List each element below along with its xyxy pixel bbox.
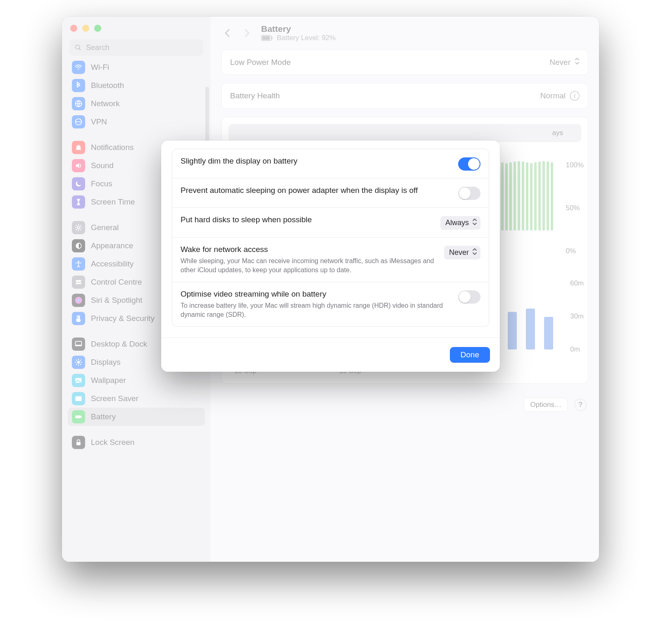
ss-icon — [72, 392, 85, 405]
sheet-row-put-hard-disks-to-sleep-when-possible: Put hard disks to sleep when possibleAlw… — [172, 208, 489, 238]
svg-rect-17 — [76, 416, 81, 418]
sidebar-item-network[interactable]: Network — [68, 95, 205, 113]
search-icon — [74, 44, 82, 51]
svg-rect-16 — [76, 396, 82, 401]
sidebar-item-label: Desktop & Dock — [91, 340, 147, 349]
sidebar-item-bluetooth[interactable]: Bluetooth — [68, 76, 205, 95]
page-subtitle: Battery Level: 92% — [261, 34, 336, 42]
options-sheet: Slightly dim the display on batteryPreve… — [161, 140, 500, 372]
green-bar — [542, 161, 545, 231]
sheet-row-slightly-dim-the-display-on-battery: Slightly dim the display on battery — [172, 149, 489, 178]
green-bar — [505, 163, 508, 231]
batt-icon — [72, 410, 85, 423]
usage-tab-hidden-left[interactable] — [230, 126, 536, 140]
search-field[interactable] — [69, 39, 203, 56]
green-y-labels: 100%50%0% — [566, 161, 584, 255]
svg-line-1 — [79, 48, 81, 50]
svg-point-10 — [75, 297, 82, 304]
sidebar-item-wi-fi[interactable]: Wi-Fi — [68, 58, 205, 76]
usage-tab-days[interactable]: ays — [536, 126, 580, 140]
svg-point-5 — [77, 226, 80, 229]
sheet-row-title: Prevent automatic sleeping on power adap… — [181, 186, 448, 195]
sidebar-item-label: Wallpaper — [91, 376, 126, 385]
sidebar-item-label: Battery — [91, 412, 116, 421]
green-bar — [534, 162, 537, 231]
green-bar — [514, 162, 516, 231]
system-settings-window: Wi-FiBluetoothNetworkVPNNotificationsSou… — [62, 17, 599, 562]
svg-rect-12 — [76, 345, 82, 346]
sidebar-item-wallpaper[interactable]: Wallpaper — [68, 371, 205, 390]
sidebar-item-label: Privacy & Security — [91, 314, 155, 323]
help-button[interactable]: ? — [574, 399, 587, 411]
sidebar-item-label: Screen Time — [91, 197, 135, 207]
sheet-row-title: Put hard disks to sleep when possible — [181, 215, 430, 224]
svg-rect-9 — [76, 283, 81, 284]
close-window-button[interactable] — [70, 25, 77, 32]
header: Battery Battery Level: 92% — [221, 24, 588, 42]
dock-icon — [72, 337, 85, 351]
done-button[interactable]: Done — [450, 347, 490, 363]
blue-y-labels: 60m30m0m — [570, 279, 584, 354]
sidebar-item-lock-screen[interactable]: Lock Screen — [68, 433, 205, 452]
minimize-window-button[interactable] — [82, 25, 89, 32]
green-bar — [547, 162, 549, 231]
search-input[interactable] — [86, 43, 198, 52]
sidebar-item-label: General — [91, 223, 119, 232]
svg-rect-18 — [81, 416, 82, 417]
sheet-row-optimise-video-streaming-while-on-batter: Optimise video streaming while on batter… — [172, 282, 489, 326]
green-bar — [501, 162, 504, 231]
toggle-optimise-video-streaming-while-on-batter[interactable] — [458, 290, 480, 304]
low-power-row[interactable]: Low Power Mode Never — [222, 50, 588, 74]
lock-icon — [72, 436, 85, 449]
info-icon[interactable]: i — [570, 91, 580, 101]
sidebar-item-label: Control Centre — [91, 278, 142, 287]
battery-health-row[interactable]: Battery Health Normal i — [222, 83, 588, 108]
svg-point-2 — [78, 69, 79, 70]
svg-point-0 — [76, 45, 80, 49]
hand-icon — [72, 312, 85, 325]
sidebar-item-label: Siri & Spotlight — [91, 296, 143, 305]
page-title: Battery — [261, 24, 336, 34]
green-bar — [538, 162, 541, 231]
svg-rect-21 — [262, 36, 270, 40]
zoom-window-button[interactable] — [94, 25, 101, 32]
select-value: Never — [449, 248, 469, 257]
appear-icon — [72, 239, 85, 252]
sidebar-item-label: Appearance — [91, 241, 133, 250]
battery-health-value: Normal — [540, 91, 566, 100]
chevron-updown-icon — [472, 248, 477, 257]
sidebar-item-label: Notifications — [91, 143, 134, 152]
sidebar-item-label: Screen Saver — [91, 394, 138, 403]
sheet-row-desc: To increase battery life, your Mac will … — [181, 301, 448, 319]
nav-forward-button[interactable] — [241, 27, 253, 39]
bell-icon — [72, 141, 85, 154]
green-bar — [551, 162, 553, 231]
sheet-row-title: Slightly dim the display on battery — [181, 157, 448, 166]
toggle-slightly-dim-the-display-on-battery[interactable] — [458, 157, 480, 171]
footer: Options… ? — [221, 392, 588, 412]
select-wake-for-network-access[interactable]: Never — [444, 246, 480, 259]
sidebar-item-label: Lock Screen — [91, 438, 135, 447]
select-put-hard-disks-to-sleep-when-possible[interactable]: Always — [440, 216, 480, 230]
options-button[interactable]: Options… — [524, 398, 568, 412]
svg-point-7 — [78, 261, 79, 262]
sheet-row-wake-for-network-access: Wake for network accessWhile sleeping, y… — [172, 238, 489, 282]
sidebar-item-vpn[interactable]: VPN — [68, 113, 205, 131]
sidebar-item-label: Bluetooth — [91, 81, 124, 90]
nav-back-button[interactable] — [221, 27, 233, 39]
sheet-row-desc: While sleeping, your Mac can receive inc… — [181, 257, 434, 274]
y-label: 0m — [570, 345, 584, 354]
select-value: Always — [445, 219, 469, 227]
sidebar-item-label: Wi-Fi — [91, 63, 109, 72]
sidebar-item-screen-saver[interactable]: Screen Saver — [68, 390, 205, 408]
sidebar-item-label: Displays — [91, 358, 121, 367]
svg-point-13 — [77, 361, 80, 364]
toggle-prevent-automatic-sleeping-on-power-adap[interactable] — [458, 187, 480, 200]
sound-icon — [72, 159, 85, 172]
battery-icon — [261, 35, 273, 41]
sidebar-item-battery[interactable]: Battery — [68, 408, 205, 426]
sheet-row-title: Optimise video streaming while on batter… — [181, 290, 448, 299]
sheet-row-prevent-automatic-sleeping-on-power-adap: Prevent automatic sleeping on power adap… — [172, 178, 489, 208]
moon-icon — [72, 177, 85, 190]
green-bar — [530, 163, 533, 231]
